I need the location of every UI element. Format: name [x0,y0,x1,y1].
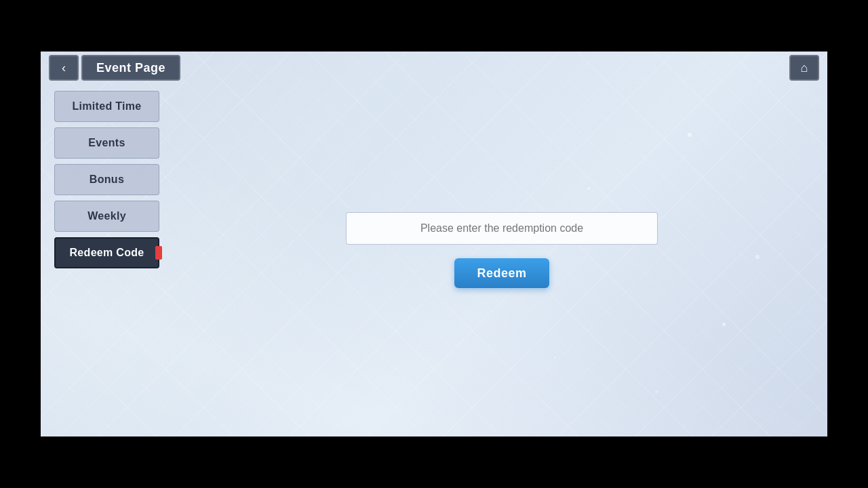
sidebar-item-weekly[interactable]: Weekly [54,201,159,232]
sidebar-item-events-label: Events [88,137,125,149]
back-button[interactable]: ‹ [49,55,79,81]
sidebar-item-limited-time-label: Limited Time [73,100,142,113]
game-screen: ‹ Event Page ⌂ Limited Time Events Bonus… [41,52,827,436]
back-icon: ‹ [62,61,66,75]
redemption-code-input[interactable] [347,213,657,244]
sidebar-item-redeem-code[interactable]: Redeem Code [54,237,159,268]
sidebar-item-events[interactable]: Events [54,127,159,159]
home-icon: ⌂ [801,61,808,75]
main-content: Redeem [176,91,827,436]
sidebar: Limited Time Events Bonus Weekly Redeem … [54,91,159,268]
sidebar-item-bonus[interactable]: Bonus [54,164,159,195]
redemption-input-wrapper [346,212,658,245]
sidebar-item-limited-time[interactable]: Limited Time [54,91,159,122]
sidebar-item-bonus-label: Bonus [90,174,124,186]
page-title: Event Page [81,55,180,81]
redeem-button-label: Redeem [477,266,526,280]
sidebar-item-weekly-label: Weekly [87,210,126,222]
redeem-button[interactable]: Redeem [454,258,549,288]
page-title-text: Event Page [96,61,165,75]
home-button[interactable]: ⌂ [789,55,819,81]
top-bar: ‹ Event Page ⌂ [41,52,827,84]
sidebar-item-redeem-code-label: Redeem Code [70,247,144,259]
